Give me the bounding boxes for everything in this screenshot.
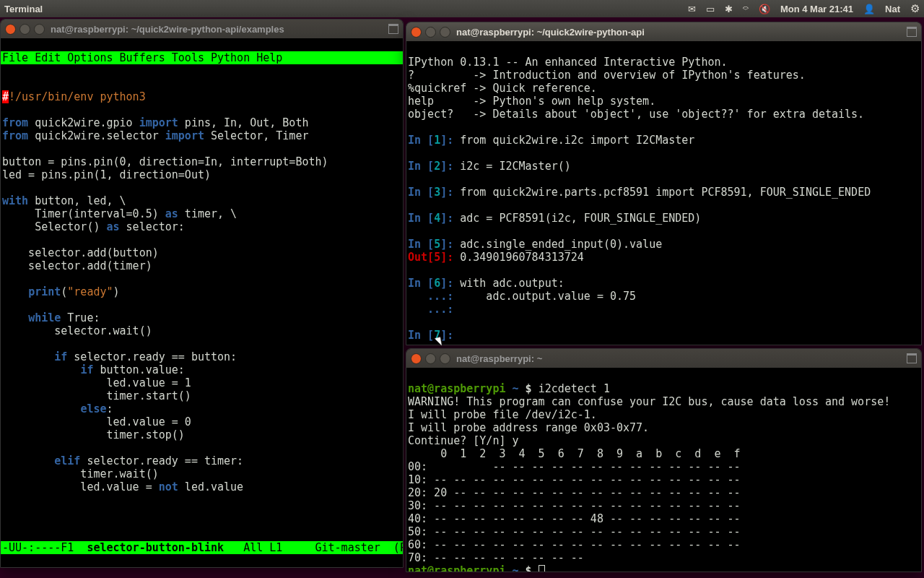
emacs-code-area[interactable]: #!/usr/bin/env python3 from quick2wire.g… <box>1 77 403 493</box>
i2c-row: 70: -- -- -- -- -- -- -- -- <box>408 551 584 564</box>
user-menu[interactable]: Nat <box>885 4 900 14</box>
i2c-row: 60: -- -- -- -- -- -- -- -- -- -- -- -- … <box>408 538 741 551</box>
ipython-titlebar[interactable]: nat@raspberrypi: ~/quick2wire-python-api <box>406 22 921 41</box>
i2c-row: 30: -- -- -- -- -- -- -- -- -- -- -- -- … <box>408 499 741 512</box>
i2c-row: 20: 20 -- -- -- -- -- -- -- -- -- -- -- … <box>408 486 741 499</box>
i2c-row: 10: -- -- -- -- -- -- -- -- -- -- -- -- … <box>408 473 741 486</box>
minimize-icon[interactable] <box>425 353 436 364</box>
window-max-icon[interactable] <box>907 353 917 363</box>
battery-icon[interactable]: ▭ <box>706 4 715 14</box>
wifi-icon[interactable]: ⌔ <box>743 4 749 14</box>
close-icon[interactable] <box>411 27 422 38</box>
close-icon[interactable] <box>5 24 16 35</box>
emacs-title: nat@raspberrypi: ~/quick2wire-python-api… <box>51 24 284 35</box>
close-icon[interactable] <box>411 353 422 364</box>
shell-window[interactable]: nat@raspberrypi: ~ nat@raspberrypi ~ $ i… <box>406 348 922 572</box>
emacs-window[interactable]: nat@raspberrypi: ~/quick2wire-python-api… <box>0 19 404 568</box>
emacs-menubar[interactable]: File Edit Options Buffers Tools Python H… <box>1 51 403 64</box>
top-panel: Terminal ✉ ▭ ✱ ⌔ 🔇 Mon 4 Mar 21:41 👤 Nat… <box>0 0 924 17</box>
user-icon: 👤 <box>863 4 875 14</box>
clock[interactable]: Mon 4 Mar 21:41 <box>780 4 853 14</box>
i2c-row: 40: -- -- -- -- -- -- -- -- 48 -- -- -- … <box>408 512 741 525</box>
emacs-modeline: -UU-:----F1 selector-button-blink All L1… <box>1 541 403 554</box>
maximize-icon[interactable] <box>440 27 450 38</box>
gear-icon[interactable]: ⚙ <box>910 2 920 15</box>
ipython-title: nat@raspberrypi: ~/quick2wire-python-api <box>456 27 645 38</box>
window-max-icon[interactable] <box>388 24 398 34</box>
minimize-icon[interactable] <box>425 27 436 38</box>
ipython-body[interactable]: IPython 0.13.1 -- An enhanced Interactiv… <box>406 41 921 343</box>
maximize-icon[interactable] <box>440 353 450 364</box>
emacs-body[interactable]: File Edit Options Buffers Tools Python H… <box>1 38 403 567</box>
shell-command: i2cdetect 1 <box>539 382 610 395</box>
shell-body[interactable]: nat@raspberrypi ~ $ i2cdetect 1 WARNING!… <box>406 368 921 572</box>
mail-icon[interactable]: ✉ <box>688 4 696 14</box>
shell-title: nat@raspberrypi: ~ <box>456 353 542 364</box>
shell-titlebar[interactable]: nat@raspberrypi: ~ <box>406 349 921 368</box>
i2c-row: 50: -- -- -- -- -- -- -- -- -- -- -- -- … <box>408 525 741 538</box>
emacs-titlebar[interactable]: nat@raspberrypi: ~/quick2wire-python-api… <box>1 20 403 38</box>
maximize-icon[interactable] <box>34 24 45 35</box>
bluetooth-icon[interactable]: ✱ <box>725 4 733 14</box>
active-app-label: Terminal <box>4 4 43 14</box>
minimize-icon[interactable] <box>19 24 30 35</box>
sound-icon[interactable]: 🔇 <box>759 4 770 14</box>
system-tray: ✉ ▭ ✱ ⌔ 🔇 Mon 4 Mar 21:41 👤 Nat ⚙ <box>688 2 920 15</box>
i2c-row: 00: -- -- -- -- -- -- -- -- -- -- -- -- … <box>408 460 741 473</box>
cursor-icon <box>539 565 545 572</box>
ipython-window[interactable]: nat@raspberrypi: ~/quick2wire-python-api… <box>406 22 922 345</box>
window-max-icon[interactable] <box>907 27 917 37</box>
